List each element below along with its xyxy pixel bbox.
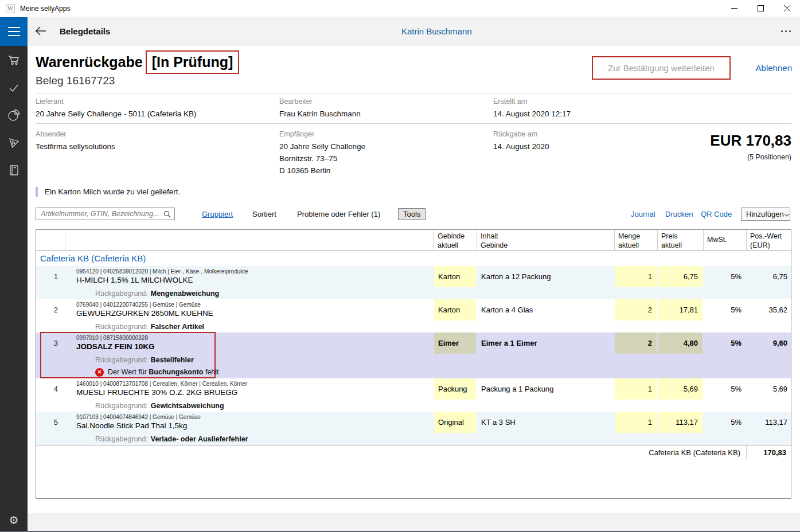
hinzufuegen-dropdown[interactable]: Hinzufügen (741, 208, 790, 221)
pie-chart-icon[interactable] (7, 109, 20, 122)
annotation-box-forward: Zur Bestätigung weiterleiten (592, 56, 731, 80)
article-name: GEWUERZGURKEN 2650ML KUEHNE (76, 309, 434, 318)
preis-field[interactable]: 113,17 (658, 412, 703, 433)
preis-field[interactable]: 5,69 (658, 378, 703, 400)
search-box (36, 208, 175, 220)
header-mwst: MwSt. (703, 230, 746, 250)
reject-button[interactable]: Ablehnen (756, 63, 792, 73)
ellipsis-icon[interactable] (781, 30, 791, 32)
app-window: W Meine sellyApps Belegdetails Katrin Bu… (0, 0, 800, 532)
divider (36, 93, 791, 93)
group-header[interactable]: Cafeteria KB (Cafeteria KB) (36, 251, 791, 266)
sidebar: ⚙ (0, 46, 28, 531)
inhalt-cell: KT a 3 SH (477, 412, 614, 433)
app-header: Belegdetails Katrin Buschmann (0, 17, 800, 46)
inhalt-cell: Karton a 12 Packung (477, 266, 614, 287)
preis-field[interactable]: 17,81 (658, 299, 703, 320)
wert-cell: 35,62 (746, 299, 791, 320)
bearbeiter-value: Frau Katrin Buschmann (279, 109, 361, 118)
position-row-1[interactable]: 1 0954120 | 04025839012020 | Milch | Eie… (36, 266, 791, 287)
position-row-3-selected[interactable]: 3 0997010 | 08715800000328 JODSALZ FEIN … (36, 332, 791, 354)
gebinde-field[interactable]: Eimer (434, 332, 476, 354)
article-meta: 1460010 | 04008713701708 | Cerealien, Kö… (76, 381, 434, 387)
gebinde-field[interactable]: Packung (434, 378, 476, 400)
grund-row-4: Rückgabegrund: Gewichtsabweichung (36, 400, 791, 412)
inhalt-cell: Packung a 1 Packung (477, 378, 614, 400)
hamburger-menu-icon[interactable] (0, 17, 28, 46)
absender-value: Testfirma sellysolutions (36, 142, 115, 151)
status-badge-annotated: [In Prüfung] (146, 50, 240, 74)
checkmark-icon[interactable] (7, 81, 20, 94)
wert-cell: 5,69 (746, 378, 791, 400)
mwst-cell: 5% (703, 332, 746, 354)
qr-code-link[interactable]: QR Code (701, 210, 732, 218)
gebinde-field[interactable]: Original (434, 412, 476, 433)
cart-icon[interactable] (7, 54, 20, 66)
back-arrow-icon[interactable] (34, 25, 47, 39)
erstellt-label: Erstellt am (493, 97, 527, 105)
menge-field[interactable]: 2 (615, 332, 657, 354)
wert-cell: 9,60 (746, 332, 791, 354)
lieferant-label: Lieferant (36, 97, 64, 105)
forward-button[interactable]: Zur Bestätigung weiterleiten (608, 63, 715, 73)
close-icon[interactable] (774, 0, 800, 17)
pizza-slice-icon[interactable] (7, 136, 20, 149)
chevron-down-icon (784, 210, 790, 218)
menge-field[interactable]: 1 (615, 378, 657, 400)
filter-probleme[interactable]: Probleme oder Fehler (1) (297, 210, 380, 218)
absender-label: Absender (36, 130, 67, 138)
header-menge: Mengeaktuell (614, 230, 657, 250)
drucken-link[interactable]: Drucken (665, 210, 693, 218)
rueckgabe-value: 14. August 2020 (493, 142, 549, 151)
mwst-cell: 5% (703, 412, 746, 433)
settings-gear-icon[interactable]: ⚙ (7, 514, 20, 526)
mwst-cell: 5% (703, 266, 746, 287)
gebinde-field[interactable]: Karton (434, 266, 476, 287)
preis-field[interactable]: 4,80 (658, 332, 703, 354)
gebinde-field[interactable]: Karton (434, 299, 476, 320)
empfaenger-line: D 10365 Berlin (279, 166, 330, 175)
tools-button[interactable]: Tools (398, 208, 426, 220)
window-controls (721, 0, 800, 17)
lieferant-value: 20 Jahre Selly Challenge - 5011 (Cafeter… (36, 109, 196, 118)
article-name: H-MILCH 1,5% 1L MILCHWOLKE (76, 276, 434, 284)
maximize-icon[interactable] (747, 0, 774, 17)
empfaenger-label: Empfänger (279, 130, 314, 138)
article-meta: 0769040 | 04012200740255 | Gemüse | Gemü… (76, 302, 434, 308)
table-footer: Cafeteria KB (Cafeteria KB) 170,83 (36, 445, 791, 460)
footer-group-label: Cafeteria KB (Cafeteria KB) (36, 448, 746, 457)
rueckgabe-label: Rückgabe am (493, 130, 537, 138)
error-row-3: ✕ Der Wert für Buchungskonto fehlt. (36, 366, 791, 378)
document-note: Ein Karton Milch wurde zu viel geliefert… (36, 187, 180, 197)
article-meta: 9107103 | 04004074846942 | Gemüse | Gemü… (76, 414, 434, 420)
note-text: Ein Karton Milch wurde zu viel geliefert… (45, 187, 180, 196)
mwst-cell: 5% (703, 299, 746, 320)
journal-link[interactable]: Journal (631, 210, 655, 218)
book-icon[interactable] (7, 164, 20, 177)
search-input[interactable] (36, 208, 175, 220)
filter-gruppiert[interactable]: Gruppiert (202, 210, 233, 218)
document-type-title: Warenrückgabe (36, 54, 143, 71)
position-row-2[interactable]: 2 0769040 | 04012200740255 | Gemüse | Ge… (36, 299, 791, 320)
position-row-4[interactable]: 4 1460010 | 04008713701708 | Cerealien, … (36, 378, 791, 400)
user-name[interactable]: Katrin Buschmann (401, 26, 472, 36)
titlebar: W Meine sellyApps (0, 0, 800, 17)
article-name: Sal.Noodle Stick Pad Thai 1,5kg (76, 421, 434, 430)
menge-field[interactable]: 2 (615, 299, 657, 320)
menge-field[interactable]: 1 (615, 412, 657, 433)
position-row-5[interactable]: 5 9107103 | 04004074846942 | Gemüse | Ge… (36, 412, 791, 433)
filter-sortiert[interactable]: Sortiert (252, 210, 276, 218)
mwst-cell: 5% (703, 378, 746, 400)
preis-field[interactable]: 6,75 (658, 266, 703, 287)
minimize-icon[interactable] (721, 0, 747, 17)
header-desc (65, 230, 434, 250)
bearbeiter-label: Bearbeiter (279, 97, 313, 105)
inhalt-cell: Karton a 4 Glas (477, 299, 614, 320)
header-wert: Pos.-Wert(EUR) (746, 230, 791, 250)
erstellt-value: 14. August 2020 12:17 (493, 109, 571, 118)
menge-field[interactable]: 1 (615, 266, 657, 287)
article-meta: 0954120 | 04025839012020 | Milch | Eier-… (76, 268, 434, 275)
empfaenger-line: Bornitzstr. 73–75 (279, 154, 337, 163)
article-name: JODSALZ FEIN 10KG (76, 342, 434, 351)
error-message: Der Wert für Buchungskonto fehlt. (108, 368, 221, 376)
